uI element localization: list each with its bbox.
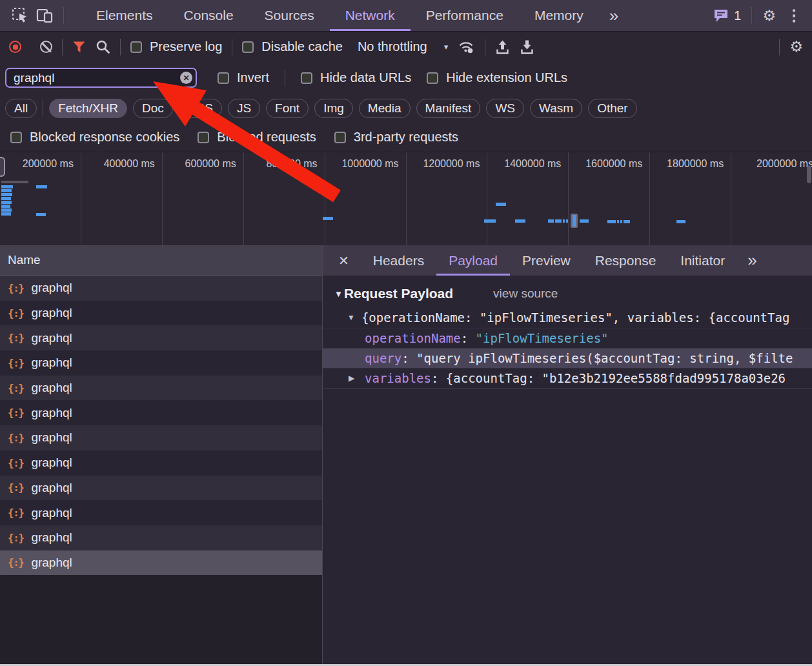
table-row[interactable]: {:}graphql (0, 425, 322, 450)
tab-elements[interactable]: Elements (81, 0, 168, 31)
request-name: graphql (31, 481, 72, 495)
detail-tab-initiator[interactable]: Initiator (668, 245, 737, 276)
table-row[interactable]: {:}graphql (0, 276, 322, 301)
payload-row[interactable]: query: "query ipFlowTimeseries($accountT… (323, 348, 812, 368)
filter-chip-all[interactable]: All (5, 99, 37, 118)
table-row[interactable]: {:}graphql (0, 525, 322, 550)
preserve-log-checkbox[interactable]: Preserve log (130, 39, 222, 54)
filter-chip-doc[interactable]: Doc (133, 99, 173, 118)
network-conditions-button[interactable] (458, 39, 475, 54)
expand-arrow[interactable]: ▶ (349, 374, 365, 383)
clear-network-log-icon[interactable] (40, 41, 52, 53)
device-toolbar-button[interactable] (32, 3, 57, 28)
checkbox-box[interactable] (10, 132, 22, 143)
issues-button[interactable]: 1 (713, 8, 741, 23)
timeline-tick-label: 1200000 ms (423, 158, 487, 169)
timeline-tick-label: 200000 ms (23, 158, 81, 169)
filter-chip-other[interactable]: Other (588, 99, 637, 118)
table-row[interactable]: {:}graphql (0, 550, 322, 576)
network-overview-timeline[interactable]: 200000 ms400000 ms600000 ms800000 ms1000… (0, 152, 812, 245)
request-name: graphql (31, 381, 72, 395)
table-row[interactable]: {:}graphql (0, 476, 322, 501)
filter-chip-media[interactable]: Media (359, 99, 411, 118)
record-network-log-button[interactable] (9, 41, 21, 53)
kebab-menu-icon[interactable]: ⋮ (786, 8, 802, 23)
detail-tab-headers[interactable]: Headers (361, 245, 436, 276)
payload-row[interactable]: ▶variables: {accountTag: "b12e3b2192ee55… (323, 368, 812, 388)
details-more-tabs-button[interactable]: » (737, 245, 767, 276)
table-row[interactable]: {:}graphql (0, 325, 322, 350)
name-column-header[interactable]: Name (0, 245, 322, 276)
timeline-request-bar (1, 201, 12, 204)
table-row[interactable]: {:}graphql (0, 500, 322, 525)
filter-toggle-button[interactable] (72, 41, 86, 54)
filter-chip-css[interactable]: CSS (179, 99, 222, 118)
hide-data-urls-checkbox[interactable]: Hide data URLs (301, 70, 411, 85)
checkbox-box[interactable] (130, 41, 142, 53)
tab-network[interactable]: Network (330, 0, 411, 31)
timeline-scrollbar[interactable] (807, 166, 811, 183)
tab-sources[interactable]: Sources (249, 0, 330, 31)
payload-key: query (365, 351, 401, 365)
invert-checkbox[interactable]: Invert (218, 70, 269, 85)
table-row[interactable]: {:}graphql (0, 400, 322, 425)
throttling-dropdown[interactable]: No throttling ▾ (358, 39, 448, 54)
clear-filter-icon[interactable]: ✕ (180, 72, 192, 84)
timeline-left-handle[interactable] (0, 157, 5, 177)
table-row[interactable]: {:}graphql (0, 450, 322, 476)
timeline-request-bar (617, 220, 619, 223)
inspect-element-button[interactable] (8, 3, 32, 28)
checkbox-blocked-requests[interactable]: Blocked requests (198, 130, 316, 145)
request-name: graphql (31, 281, 72, 295)
table-row[interactable]: {:}graphql (0, 376, 322, 401)
view-source-link[interactable]: view source (493, 287, 558, 301)
section-expand-icon[interactable]: ▼ (334, 289, 343, 299)
detail-tab-payload[interactable]: Payload (436, 245, 510, 276)
divider (120, 39, 121, 56)
expand-arrow-icon[interactable]: ▼ (347, 313, 355, 322)
filter-chip-manifest[interactable]: Manifest (416, 99, 481, 118)
top-right-actions: 1 ⚙ ⋮ (713, 7, 804, 24)
request-payload-section[interactable]: ▼ Request Payload view source (323, 276, 812, 307)
checkbox-box[interactable] (198, 132, 209, 143)
timeline-tick-label: 600000 ms (185, 158, 243, 169)
detail-tab-preview[interactable]: Preview (510, 245, 583, 276)
filter-chip-font[interactable]: Font (266, 99, 309, 118)
checkbox-box[interactable] (218, 72, 229, 84)
checkbox-box[interactable] (427, 72, 438, 84)
checkbox-blocked-response-cookies[interactable]: Blocked response cookies (10, 130, 179, 145)
filter-chip-img[interactable]: Img (314, 99, 353, 118)
payload-summary-row[interactable]: ▼ {operationName: "ipFlowTimeseries", va… (323, 307, 812, 328)
more-tabs-button[interactable]: » (599, 6, 629, 26)
filter-chip-ws[interactable]: WS (486, 99, 524, 118)
checkbox-3rd-party-requests[interactable]: 3rd-party requests (334, 130, 458, 145)
filter-chip-fetch-xhr[interactable]: Fetch/XHR (49, 99, 127, 118)
tab-memory[interactable]: Memory (519, 0, 599, 31)
table-row[interactable]: {:}graphql (0, 301, 322, 326)
close-details-icon[interactable]: ✕ (327, 245, 361, 276)
timeline-column: 600000 ms (163, 152, 244, 245)
import-har-button[interactable] (495, 39, 510, 55)
export-har-button[interactable] (520, 39, 534, 55)
timeline-column: 1200000 ms (407, 152, 488, 245)
request-name: graphql (31, 331, 72, 345)
checkbox-box[interactable] (242, 41, 254, 53)
checkbox-box[interactable] (301, 72, 312, 84)
filter-chip-wasm[interactable]: Wasm (530, 99, 582, 118)
hide-extension-urls-checkbox[interactable]: Hide extension URLs (427, 70, 567, 85)
detail-tab-response[interactable]: Response (583, 245, 669, 276)
payload-row[interactable]: operationName: "ipFlowTimeseries" (323, 328, 812, 348)
disable-cache-checkbox[interactable]: Disable cache (242, 39, 343, 54)
search-button[interactable] (96, 39, 110, 54)
checkbox-box[interactable] (334, 132, 346, 143)
filter-chip-js[interactable]: JS (228, 99, 260, 118)
network-settings-gear-icon[interactable]: ⚙ (789, 39, 803, 54)
table-row[interactable]: {:}graphql (0, 350, 322, 376)
timeline-request-bar (323, 217, 333, 220)
payload-value: {accountTag: "b12e3b2192ee5588fdad995178… (446, 371, 786, 385)
tab-performance[interactable]: Performance (411, 0, 519, 31)
settings-gear-icon[interactable]: ⚙ (762, 8, 776, 23)
funnel-icon (72, 41, 86, 54)
filter-input[interactable] (5, 68, 197, 88)
tab-console[interactable]: Console (168, 0, 249, 31)
